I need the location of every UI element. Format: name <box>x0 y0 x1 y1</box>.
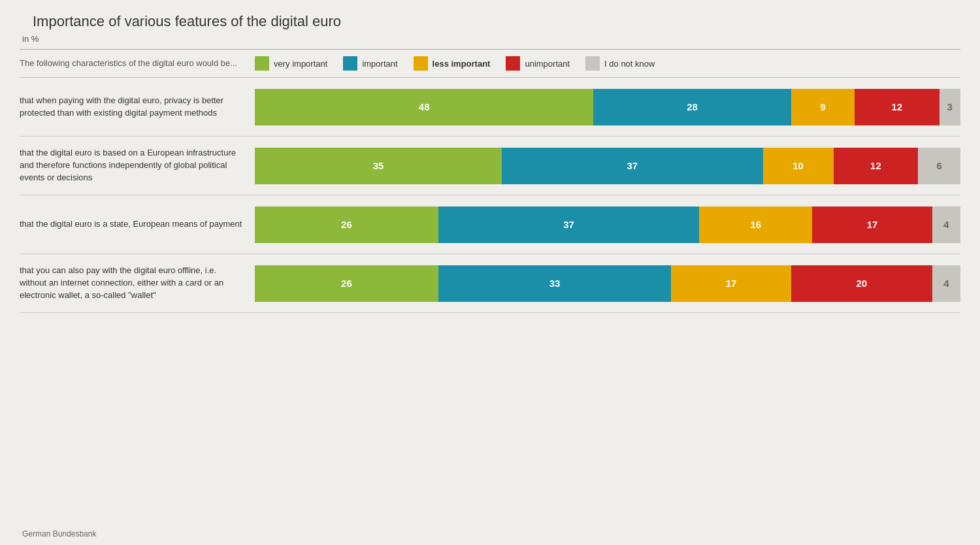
bar-container: 48289123 <box>255 89 960 125</box>
very-important-swatch <box>255 56 269 71</box>
important-label: important <box>362 59 397 69</box>
bar-container: 353710126 <box>255 148 960 184</box>
bar-container: 263317204 <box>255 265 960 302</box>
row-label: that when paying with the digital euro, … <box>20 95 255 120</box>
row-label: that the digital euro is a state, Europe… <box>20 218 255 231</box>
bar-segment-3: 12 <box>855 89 939 125</box>
legend-important: important <box>343 56 397 71</box>
data-row: that the digital euro is a state, Europe… <box>20 195 960 254</box>
important-swatch <box>343 56 357 71</box>
legend-unimportant: unimportant <box>506 56 570 71</box>
bar-segment-2: 16 <box>699 206 812 243</box>
bar-segment-0: 48 <box>255 89 593 125</box>
legend-do-not-know: I do not know <box>585 56 655 71</box>
page-wrapper: Importance of various features of the di… <box>0 0 980 545</box>
legend-header-text: The following characteristics of the dig… <box>20 58 255 69</box>
data-row: that the digital euro is based on a Euro… <box>20 137 960 195</box>
chart-title: Importance of various features of the di… <box>20 13 960 30</box>
bar-segment-1: 33 <box>438 265 671 302</box>
footer: German Bundesbank <box>20 521 960 538</box>
unimportant-swatch <box>506 56 520 71</box>
unimportant-label: unimportant <box>525 59 570 69</box>
bar-container: 263716174 <box>255 206 960 243</box>
chart-rows: that when paying with the digital euro, … <box>20 78 960 313</box>
bar-segment-3: 17 <box>812 206 932 243</box>
row-label: that the digital euro is based on a Euro… <box>20 147 255 184</box>
bar-segment-1: 37 <box>438 206 700 243</box>
bar-segment-1: 37 <box>502 148 763 184</box>
bar-segment-1: 28 <box>593 89 791 125</box>
less-important-label: less important <box>433 59 491 69</box>
very-important-label: very important <box>274 59 327 69</box>
bar-segment-4: 6 <box>918 148 960 184</box>
data-row: that you can also pay with the digital e… <box>20 254 960 313</box>
bar-segment-2: 17 <box>671 265 791 302</box>
bar-segment-0: 26 <box>255 265 438 302</box>
less-important-swatch <box>414 56 428 71</box>
bar-segment-4: 4 <box>932 265 960 302</box>
row-label: that you can also pay with the digital e… <box>20 265 255 302</box>
bar-segment-2: 9 <box>791 89 855 125</box>
main-content: The following characteristics of the dig… <box>20 50 960 521</box>
bar-segment-3: 20 <box>791 265 932 302</box>
unit-label: in % <box>20 34 960 44</box>
bar-segment-3: 12 <box>834 148 919 184</box>
data-row: that when paying with the digital euro, … <box>20 78 960 137</box>
legend-items: very important important less important … <box>255 56 655 71</box>
do-not-know-swatch <box>585 56 600 71</box>
legend-less-important: less important <box>414 56 491 71</box>
bar-segment-0: 26 <box>255 206 438 243</box>
bar-segment-0: 35 <box>255 148 502 184</box>
do-not-know-label: I do not know <box>604 59 655 69</box>
bar-segment-4: 4 <box>932 206 960 243</box>
bar-segment-2: 10 <box>763 148 834 184</box>
legend-row: The following characteristics of the dig… <box>20 50 960 78</box>
bar-segment-4: 3 <box>939 89 960 125</box>
legend-very-important: very important <box>255 56 327 71</box>
